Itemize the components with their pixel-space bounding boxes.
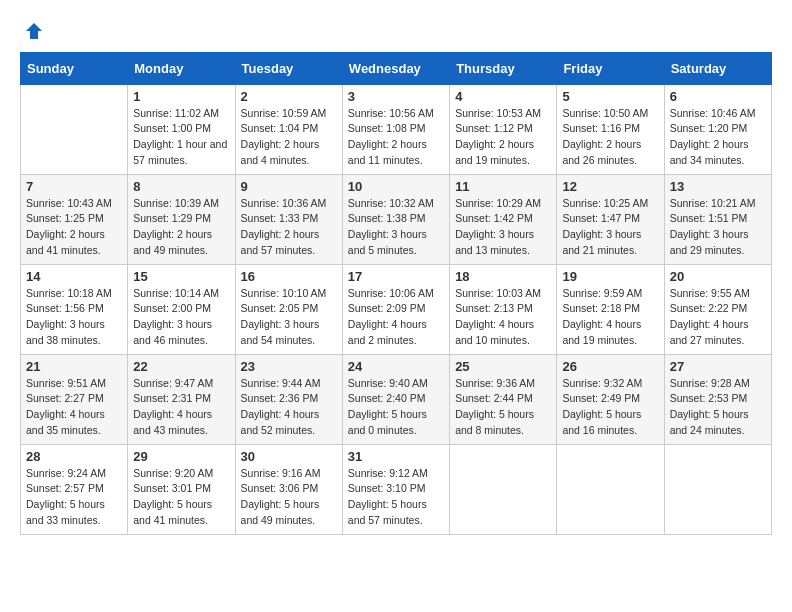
day-number: 30 <box>241 449 337 464</box>
day-info: Sunrise: 9:59 AM Sunset: 2:18 PM Dayligh… <box>562 286 658 349</box>
calendar-week-row: 14Sunrise: 10:18 AM Sunset: 1:56 PM Dayl… <box>21 264 772 354</box>
calendar-cell: 2Sunrise: 10:59 AM Sunset: 1:04 PM Dayli… <box>235 84 342 174</box>
day-number: 14 <box>26 269 122 284</box>
calendar-cell: 3Sunrise: 10:56 AM Sunset: 1:08 PM Dayli… <box>342 84 449 174</box>
calendar-cell: 28Sunrise: 9:24 AM Sunset: 2:57 PM Dayli… <box>21 444 128 534</box>
logo-icon <box>24 21 44 41</box>
day-info: Sunrise: 9:32 AM Sunset: 2:49 PM Dayligh… <box>562 376 658 439</box>
day-info: Sunrise: 9:20 AM Sunset: 3:01 PM Dayligh… <box>133 466 229 529</box>
day-info: Sunrise: 9:24 AM Sunset: 2:57 PM Dayligh… <box>26 466 122 529</box>
day-number: 24 <box>348 359 444 374</box>
day-number: 16 <box>241 269 337 284</box>
calendar-week-row: 21Sunrise: 9:51 AM Sunset: 2:27 PM Dayli… <box>21 354 772 444</box>
calendar-cell: 7Sunrise: 10:43 AM Sunset: 1:25 PM Dayli… <box>21 174 128 264</box>
day-info: Sunrise: 10:25 AM Sunset: 1:47 PM Daylig… <box>562 196 658 259</box>
calendar-cell: 8Sunrise: 10:39 AM Sunset: 1:29 PM Dayli… <box>128 174 235 264</box>
day-number: 22 <box>133 359 229 374</box>
svg-marker-0 <box>26 23 42 39</box>
day-number: 15 <box>133 269 229 284</box>
calendar-cell: 22Sunrise: 9:47 AM Sunset: 2:31 PM Dayli… <box>128 354 235 444</box>
day-number: 25 <box>455 359 551 374</box>
weekday-header-tuesday: Tuesday <box>235 52 342 84</box>
calendar-cell: 26Sunrise: 9:32 AM Sunset: 2:49 PM Dayli… <box>557 354 664 444</box>
calendar-cell <box>664 444 771 534</box>
calendar-cell: 29Sunrise: 9:20 AM Sunset: 3:01 PM Dayli… <box>128 444 235 534</box>
day-number: 10 <box>348 179 444 194</box>
day-info: Sunrise: 9:44 AM Sunset: 2:36 PM Dayligh… <box>241 376 337 439</box>
calendar-cell: 12Sunrise: 10:25 AM Sunset: 1:47 PM Dayl… <box>557 174 664 264</box>
day-info: Sunrise: 9:12 AM Sunset: 3:10 PM Dayligh… <box>348 466 444 529</box>
calendar-cell: 4Sunrise: 10:53 AM Sunset: 1:12 PM Dayli… <box>450 84 557 174</box>
day-info: Sunrise: 10:56 AM Sunset: 1:08 PM Daylig… <box>348 106 444 169</box>
calendar-table: SundayMondayTuesdayWednesdayThursdayFrid… <box>20 52 772 535</box>
day-number: 20 <box>670 269 766 284</box>
weekday-header-friday: Friday <box>557 52 664 84</box>
day-info: Sunrise: 10:46 AM Sunset: 1:20 PM Daylig… <box>670 106 766 169</box>
day-info: Sunrise: 10:32 AM Sunset: 1:38 PM Daylig… <box>348 196 444 259</box>
weekday-header-wednesday: Wednesday <box>342 52 449 84</box>
calendar-cell: 25Sunrise: 9:36 AM Sunset: 2:44 PM Dayli… <box>450 354 557 444</box>
day-number: 2 <box>241 89 337 104</box>
day-number: 5 <box>562 89 658 104</box>
calendar-cell: 10Sunrise: 10:32 AM Sunset: 1:38 PM Dayl… <box>342 174 449 264</box>
page-header <box>20 20 772 42</box>
calendar-cell: 15Sunrise: 10:14 AM Sunset: 2:00 PM Dayl… <box>128 264 235 354</box>
calendar-cell: 13Sunrise: 10:21 AM Sunset: 1:51 PM Dayl… <box>664 174 771 264</box>
day-info: Sunrise: 10:39 AM Sunset: 1:29 PM Daylig… <box>133 196 229 259</box>
day-info: Sunrise: 10:36 AM Sunset: 1:33 PM Daylig… <box>241 196 337 259</box>
calendar-cell: 17Sunrise: 10:06 AM Sunset: 2:09 PM Dayl… <box>342 264 449 354</box>
calendar-week-row: 7Sunrise: 10:43 AM Sunset: 1:25 PM Dayli… <box>21 174 772 264</box>
day-number: 23 <box>241 359 337 374</box>
day-number: 9 <box>241 179 337 194</box>
calendar-cell: 27Sunrise: 9:28 AM Sunset: 2:53 PM Dayli… <box>664 354 771 444</box>
day-info: Sunrise: 9:28 AM Sunset: 2:53 PM Dayligh… <box>670 376 766 439</box>
calendar-cell: 30Sunrise: 9:16 AM Sunset: 3:06 PM Dayli… <box>235 444 342 534</box>
day-info: Sunrise: 10:50 AM Sunset: 1:16 PM Daylig… <box>562 106 658 169</box>
day-info: Sunrise: 10:43 AM Sunset: 1:25 PM Daylig… <box>26 196 122 259</box>
day-number: 21 <box>26 359 122 374</box>
calendar-cell <box>21 84 128 174</box>
calendar-cell: 23Sunrise: 9:44 AM Sunset: 2:36 PM Dayli… <box>235 354 342 444</box>
day-number: 4 <box>455 89 551 104</box>
calendar-cell: 21Sunrise: 9:51 AM Sunset: 2:27 PM Dayli… <box>21 354 128 444</box>
day-number: 11 <box>455 179 551 194</box>
calendar-cell: 6Sunrise: 10:46 AM Sunset: 1:20 PM Dayli… <box>664 84 771 174</box>
day-number: 13 <box>670 179 766 194</box>
weekday-header-sunday: Sunday <box>21 52 128 84</box>
day-info: Sunrise: 10:10 AM Sunset: 2:05 PM Daylig… <box>241 286 337 349</box>
day-info: Sunrise: 10:18 AM Sunset: 1:56 PM Daylig… <box>26 286 122 349</box>
day-info: Sunrise: 10:21 AM Sunset: 1:51 PM Daylig… <box>670 196 766 259</box>
day-number: 28 <box>26 449 122 464</box>
weekday-header-thursday: Thursday <box>450 52 557 84</box>
calendar-cell: 5Sunrise: 10:50 AM Sunset: 1:16 PM Dayli… <box>557 84 664 174</box>
day-number: 19 <box>562 269 658 284</box>
calendar-cell: 18Sunrise: 10:03 AM Sunset: 2:13 PM Dayl… <box>450 264 557 354</box>
day-number: 26 <box>562 359 658 374</box>
calendar-cell: 14Sunrise: 10:18 AM Sunset: 1:56 PM Dayl… <box>21 264 128 354</box>
day-info: Sunrise: 9:51 AM Sunset: 2:27 PM Dayligh… <box>26 376 122 439</box>
weekday-header-monday: Monday <box>128 52 235 84</box>
day-info: Sunrise: 10:53 AM Sunset: 1:12 PM Daylig… <box>455 106 551 169</box>
calendar-cell: 9Sunrise: 10:36 AM Sunset: 1:33 PM Dayli… <box>235 174 342 264</box>
day-number: 6 <box>670 89 766 104</box>
calendar-cell: 16Sunrise: 10:10 AM Sunset: 2:05 PM Dayl… <box>235 264 342 354</box>
calendar-cell: 19Sunrise: 9:59 AM Sunset: 2:18 PM Dayli… <box>557 264 664 354</box>
day-info: Sunrise: 10:03 AM Sunset: 2:13 PM Daylig… <box>455 286 551 349</box>
day-info: Sunrise: 9:16 AM Sunset: 3:06 PM Dayligh… <box>241 466 337 529</box>
day-number: 1 <box>133 89 229 104</box>
calendar-cell: 20Sunrise: 9:55 AM Sunset: 2:22 PM Dayli… <box>664 264 771 354</box>
weekday-header-saturday: Saturday <box>664 52 771 84</box>
day-info: Sunrise: 10:29 AM Sunset: 1:42 PM Daylig… <box>455 196 551 259</box>
day-info: Sunrise: 10:06 AM Sunset: 2:09 PM Daylig… <box>348 286 444 349</box>
day-number: 18 <box>455 269 551 284</box>
calendar-week-row: 28Sunrise: 9:24 AM Sunset: 2:57 PM Dayli… <box>21 444 772 534</box>
day-number: 29 <box>133 449 229 464</box>
calendar-cell: 24Sunrise: 9:40 AM Sunset: 2:40 PM Dayli… <box>342 354 449 444</box>
day-number: 12 <box>562 179 658 194</box>
calendar-week-row: 1Sunrise: 11:02 AM Sunset: 1:00 PM Dayli… <box>21 84 772 174</box>
day-number: 31 <box>348 449 444 464</box>
day-info: Sunrise: 9:36 AM Sunset: 2:44 PM Dayligh… <box>455 376 551 439</box>
logo <box>20 20 44 42</box>
day-number: 27 <box>670 359 766 374</box>
calendar-cell <box>450 444 557 534</box>
